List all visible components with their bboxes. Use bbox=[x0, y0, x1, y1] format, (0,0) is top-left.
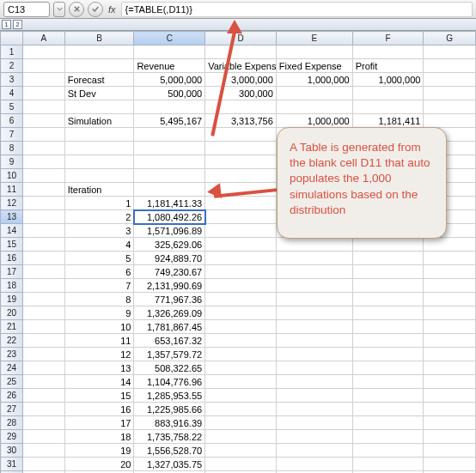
iter-num[interactable]: 13 bbox=[64, 361, 134, 375]
hdr-revenue[interactable]: Revenue bbox=[134, 59, 205, 73]
cell[interactable] bbox=[424, 45, 476, 59]
iter-val[interactable]: 2,131,990.69 bbox=[134, 279, 205, 293]
cancel-button[interactable] bbox=[69, 2, 84, 17]
iter-val[interactable]: 1,225,985.66 bbox=[134, 403, 205, 416]
iter-num[interactable]: 19 bbox=[64, 444, 134, 458]
cell[interactable] bbox=[23, 169, 64, 183]
cell[interactable] bbox=[134, 142, 205, 155]
iter-num[interactable]: 4 bbox=[64, 238, 134, 252]
row-header-1[interactable]: 1 bbox=[1, 45, 23, 59]
col-E[interactable]: E bbox=[276, 32, 352, 45]
cell[interactable] bbox=[23, 45, 64, 59]
col-C[interactable]: C bbox=[134, 32, 205, 45]
cell[interactable] bbox=[64, 169, 134, 183]
cell[interactable] bbox=[23, 100, 64, 114]
iter-val[interactable]: 1,326,269.09 bbox=[134, 306, 205, 320]
cell[interactable] bbox=[23, 128, 64, 142]
iter-val[interactable]: 1,285,953.55 bbox=[134, 389, 205, 403]
iter-num[interactable]: 8 bbox=[64, 293, 134, 306]
grid[interactable]: A B C D E F G 12 Revenue Variable Expens… bbox=[0, 31, 476, 473]
row-header-17[interactable]: 17 bbox=[1, 265, 23, 279]
row-header-18[interactable]: 18 bbox=[1, 279, 23, 293]
iter-num[interactable]: 3 bbox=[64, 224, 134, 238]
enter-button[interactable] bbox=[88, 2, 103, 17]
iter-num[interactable]: 17 bbox=[64, 416, 134, 430]
cell[interactable] bbox=[134, 128, 205, 142]
row-header-30[interactable]: 30 bbox=[1, 444, 23, 458]
col-F[interactable]: F bbox=[352, 32, 424, 45]
row-header-10[interactable]: 10 bbox=[1, 169, 23, 183]
row-header-12[interactable]: 12 bbox=[1, 197, 23, 210]
hdr-fixedexp[interactable]: Fixed Expense bbox=[276, 59, 352, 73]
col-G[interactable]: G bbox=[424, 32, 476, 45]
row-header-23[interactable]: 23 bbox=[1, 348, 23, 361]
iter-num[interactable]: 15 bbox=[64, 389, 134, 403]
cell[interactable] bbox=[23, 155, 64, 169]
iter-num[interactable]: 20 bbox=[64, 458, 134, 471]
cell[interactable] bbox=[205, 169, 277, 183]
fx-label[interactable]: fx bbox=[107, 4, 118, 15]
cell[interactable]: 5,495,167 bbox=[134, 114, 205, 128]
lbl-sim[interactable]: Simulation bbox=[64, 114, 134, 128]
iter-val[interactable]: 653,167.32 bbox=[134, 334, 205, 348]
cell[interactable] bbox=[64, 45, 134, 59]
cell[interactable] bbox=[205, 142, 277, 155]
formula-input[interactable]: {=TABLE(,D11)} bbox=[121, 2, 473, 17]
row-header-20[interactable]: 20 bbox=[1, 306, 23, 320]
iter-num[interactable]: 7 bbox=[64, 279, 134, 293]
row-header-19[interactable]: 19 bbox=[1, 293, 23, 306]
iter-num[interactable]: 14 bbox=[64, 375, 134, 389]
outline-level-2[interactable]: 2 bbox=[13, 20, 22, 29]
row-header-25[interactable]: 25 bbox=[1, 375, 23, 389]
iter-num[interactable]: 1 bbox=[64, 197, 134, 210]
row-header-13[interactable]: 13 bbox=[1, 210, 23, 224]
iter-val[interactable]: 1,327,035.75 bbox=[134, 458, 205, 471]
row-header-3[interactable]: 3 bbox=[1, 73, 23, 87]
iter-val[interactable]: 1,781,867.45 bbox=[134, 320, 205, 334]
name-box-dropdown[interactable] bbox=[53, 2, 65, 17]
row-header-9[interactable]: 9 bbox=[1, 155, 23, 169]
iter-num[interactable]: 16 bbox=[64, 403, 134, 416]
cell[interactable]: 5,000,000 bbox=[134, 73, 205, 87]
cell[interactable] bbox=[352, 45, 424, 59]
cell[interactable] bbox=[205, 128, 277, 142]
iter-num[interactable]: 5 bbox=[64, 252, 134, 265]
row-header-15[interactable]: 15 bbox=[1, 238, 23, 252]
cell[interactable] bbox=[64, 142, 134, 155]
select-all-corner[interactable] bbox=[1, 32, 23, 45]
iter-num[interactable]: 9 bbox=[64, 306, 134, 320]
cell[interactable] bbox=[276, 45, 352, 59]
cell[interactable] bbox=[205, 155, 277, 169]
iter-val[interactable]: 1,556,528.70 bbox=[134, 444, 205, 458]
cell[interactable]: 1,000,000 bbox=[276, 114, 352, 128]
row-header-4[interactable]: 4 bbox=[1, 87, 23, 100]
iter-num[interactable]: 6 bbox=[64, 265, 134, 279]
cell[interactable] bbox=[276, 100, 352, 114]
cell[interactable]: 1,181,411 bbox=[352, 114, 424, 128]
iter-val[interactable]: 1,571,096.89 bbox=[134, 224, 205, 238]
row-header-14[interactable]: 14 bbox=[1, 224, 23, 238]
iter-num[interactable]: 12 bbox=[64, 348, 134, 361]
row-header-21[interactable]: 21 bbox=[1, 320, 23, 334]
lbl-forecast[interactable]: Forecast bbox=[64, 73, 134, 87]
row-header-29[interactable]: 29 bbox=[1, 430, 23, 444]
name-box[interactable]: C13 bbox=[3, 2, 50, 17]
cell[interactable]: 1,000,000 bbox=[276, 73, 352, 87]
row-header-6[interactable]: 6 bbox=[1, 114, 23, 128]
cell[interactable] bbox=[23, 142, 64, 155]
iter-num[interactable]: 2 bbox=[64, 210, 134, 224]
hdr-profit[interactable]: Profit bbox=[352, 59, 424, 73]
row-header-24[interactable]: 24 bbox=[1, 361, 23, 375]
cell[interactable]: 300,000 bbox=[205, 87, 277, 100]
hdr-varexp[interactable]: Variable Expense bbox=[205, 59, 277, 73]
cell[interactable]: 500,000 bbox=[134, 87, 205, 100]
row-header-26[interactable]: 26 bbox=[1, 389, 23, 403]
cell[interactable] bbox=[134, 100, 205, 114]
cell[interactable] bbox=[134, 169, 205, 183]
iter-val[interactable]: 1,735,758.22 bbox=[134, 430, 205, 444]
col-B[interactable]: B bbox=[64, 32, 134, 45]
row-header-8[interactable]: 8 bbox=[1, 142, 23, 155]
cell[interactable] bbox=[352, 100, 424, 114]
iter-val[interactable]: 1,104,776.96 bbox=[134, 375, 205, 389]
iter-val[interactable]: 749,230.67 bbox=[134, 265, 205, 279]
